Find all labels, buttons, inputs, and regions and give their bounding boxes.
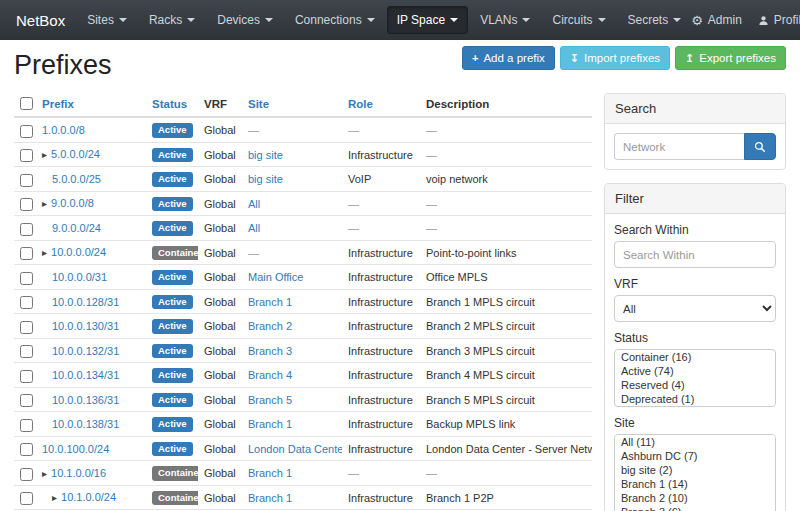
site-link[interactable]: All xyxy=(248,198,260,210)
description-cell: London Data Center - Server Network xyxy=(420,436,592,461)
row-checkbox[interactable] xyxy=(20,174,33,187)
site-link[interactable]: big site xyxy=(248,173,283,185)
site-link[interactable]: London Data Center xyxy=(248,443,342,455)
prefix-link[interactable]: 10.1.0.0/24 xyxy=(61,491,116,503)
prefix-link[interactable]: 10.0.0.128/31 xyxy=(52,296,119,308)
nav-item-connections[interactable]: Connections xyxy=(285,6,385,34)
nav-item-circuits[interactable]: Circuits xyxy=(542,6,615,34)
role-cell: Infrastructure xyxy=(342,363,420,388)
status-cell: Active xyxy=(146,289,198,314)
row-checkbox[interactable] xyxy=(20,419,33,432)
site-link[interactable]: Branch 3 xyxy=(248,345,292,357)
site-link[interactable]: Main Office xyxy=(248,271,303,283)
expand-caret-icon[interactable]: ▸ xyxy=(42,468,47,479)
row-checkbox[interactable] xyxy=(20,247,33,260)
site-link[interactable]: All xyxy=(248,222,260,234)
site-link[interactable]: Branch 2 xyxy=(248,320,292,332)
column-header-status[interactable]: Status xyxy=(152,98,187,110)
prefix-link[interactable]: 10.0.0.0/31 xyxy=(52,271,107,283)
row-checkbox[interactable] xyxy=(20,492,33,505)
nav-item-ip-space[interactable]: IP Space xyxy=(387,6,468,34)
row-checkbox[interactable] xyxy=(20,394,33,407)
prefix-link[interactable]: 9.0.0.0/8 xyxy=(51,197,94,209)
column-header-prefix[interactable]: Prefix xyxy=(42,98,74,110)
description-cell: Branch 5 MPLS circuit xyxy=(420,387,592,412)
filter-option[interactable]: big site (2) xyxy=(615,463,775,477)
select-all-checkbox[interactable] xyxy=(20,97,33,110)
row-checkbox[interactable] xyxy=(20,223,33,236)
prefix-link[interactable]: 5.0.0.0/25 xyxy=(52,173,101,185)
row-checkbox[interactable] xyxy=(20,345,33,358)
nav-item-secrets[interactable]: Secrets xyxy=(618,6,692,34)
prefix-link[interactable]: 5.0.0.0/24 xyxy=(51,148,100,160)
prefix-link[interactable]: 10.0.0.130/31 xyxy=(52,320,119,332)
site-link[interactable]: Branch 1 xyxy=(248,296,292,308)
search-input[interactable] xyxy=(614,133,744,160)
vrf-select[interactable]: All xyxy=(614,295,776,322)
column-header-site[interactable]: Site xyxy=(248,98,269,110)
row-checkbox[interactable] xyxy=(20,370,33,383)
add-prefix-button[interactable]: + Add a prefix xyxy=(462,46,555,70)
row-checkbox[interactable] xyxy=(20,149,33,162)
prefix-link[interactable]: 10.0.100.0/24 xyxy=(42,443,109,455)
site-link[interactable]: Branch 1 xyxy=(248,467,292,479)
expand-caret-icon[interactable]: ▸ xyxy=(42,198,47,209)
status-cell: Active xyxy=(146,314,198,339)
site-link[interactable]: Branch 1 xyxy=(248,492,292,504)
site-link[interactable]: Branch 5 xyxy=(248,394,292,406)
row-checkbox[interactable] xyxy=(20,198,33,211)
search-within-input[interactable] xyxy=(614,241,776,268)
filter-option[interactable]: Active (74) xyxy=(615,364,775,378)
expand-caret-icon[interactable]: ▸ xyxy=(52,492,57,503)
prefix-link[interactable]: 10.0.0.134/31 xyxy=(52,369,119,381)
app-logo[interactable]: NetBox xyxy=(10,12,77,29)
import-prefixes-button[interactable]: ↧ Import prefixes xyxy=(560,46,670,70)
prefix-cell: 10.0.0.130/31 xyxy=(36,314,146,339)
filter-option[interactable]: Branch 3 (6) xyxy=(615,505,775,511)
row-checkbox[interactable] xyxy=(20,443,33,456)
filter-option[interactable]: Reserved (4) xyxy=(615,378,775,392)
row-checkbox[interactable] xyxy=(20,125,33,138)
filter-option[interactable]: Branch 1 (14) xyxy=(615,477,775,491)
nav-item-sites[interactable]: Sites xyxy=(77,6,137,34)
nav-item-label: Devices xyxy=(217,13,260,27)
status-listbox[interactable]: Container (16)Active (74)Reserved (4)Dep… xyxy=(614,349,776,407)
prefix-link[interactable]: 10.0.0.136/31 xyxy=(52,394,119,406)
column-header-role[interactable]: Role xyxy=(348,98,373,110)
prefix-link[interactable]: 1.0.0.0/8 xyxy=(42,124,85,136)
filter-panel-title: Filter xyxy=(605,184,785,214)
status-cell: Active xyxy=(146,412,198,437)
expand-caret-icon[interactable]: ▸ xyxy=(42,149,47,160)
filter-option[interactable]: Deprecated (1) xyxy=(615,392,775,406)
filter-option[interactable]: Branch 2 (10) xyxy=(615,491,775,505)
site-link[interactable]: big site xyxy=(248,149,283,161)
prefix-cell: ▸5.0.0.0/24 xyxy=(36,142,146,167)
site-cell: Branch 4 xyxy=(242,363,342,388)
row-checkbox[interactable] xyxy=(20,321,33,334)
nav-item-vlans[interactable]: VLANs xyxy=(470,6,540,34)
prefix-link[interactable]: 10.1.0.0/16 xyxy=(51,467,106,479)
prefix-link[interactable]: 10.0.0.132/31 xyxy=(52,345,119,357)
site-listbox[interactable]: All (11)Ashburn DC (7)big site (2)Branch… xyxy=(614,434,776,511)
profile-link[interactable]: Profile xyxy=(758,13,800,27)
row-checkbox[interactable] xyxy=(20,468,33,481)
expand-caret-icon[interactable]: ▸ xyxy=(42,247,47,258)
filter-option[interactable]: Ashburn DC (7) xyxy=(615,449,775,463)
row-checkbox[interactable] xyxy=(20,272,33,285)
admin-link[interactable]: ⚙ Admin xyxy=(691,13,742,27)
site-cell: London Data Center xyxy=(242,436,342,461)
nav-item-racks[interactable]: Racks xyxy=(139,6,205,34)
vrf-cell: Global xyxy=(198,265,242,290)
description-cell: — xyxy=(420,117,592,142)
export-prefixes-button[interactable]: ↥ Export prefixes xyxy=(675,46,786,70)
prefix-link[interactable]: 9.0.0.0/24 xyxy=(52,222,101,234)
search-button[interactable] xyxy=(744,133,776,160)
prefix-link[interactable]: 10.0.0.0/24 xyxy=(51,246,106,258)
filter-option[interactable]: Container (16) xyxy=(615,350,775,364)
filter-option[interactable]: All (11) xyxy=(615,435,775,449)
prefix-link[interactable]: 10.0.0.138/31 xyxy=(52,418,119,430)
nav-item-devices[interactable]: Devices xyxy=(207,6,283,34)
site-link[interactable]: Branch 1 xyxy=(248,418,292,430)
row-checkbox[interactable] xyxy=(20,296,33,309)
site-link[interactable]: Branch 4 xyxy=(248,369,292,381)
